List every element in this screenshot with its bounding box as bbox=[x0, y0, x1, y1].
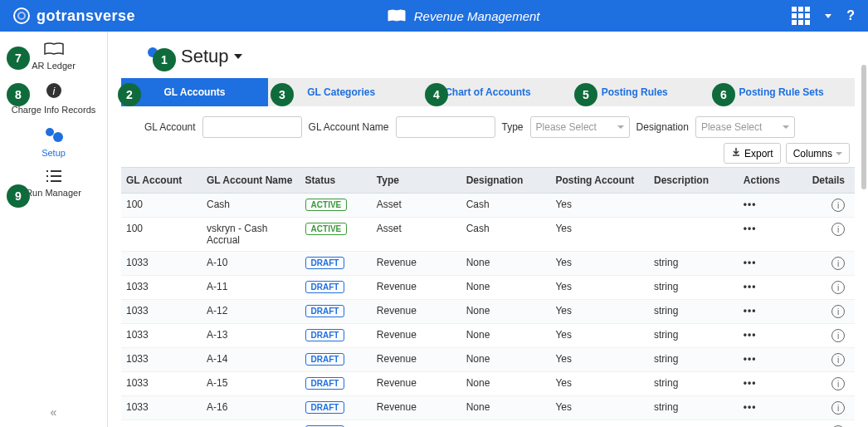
cell-gl-account: 1033 bbox=[121, 420, 202, 428]
cell-description: string bbox=[649, 252, 739, 276]
cell-gl-account: 1033 bbox=[121, 396, 202, 420]
annotation-2: 2 bbox=[118, 83, 141, 106]
details-icon[interactable]: i bbox=[831, 223, 845, 236]
col-posting-account[interactable]: Posting Account bbox=[550, 168, 649, 194]
filter-label-designation: Designation bbox=[636, 121, 689, 133]
sidebar-item-ar-ledger[interactable]: AR Ledger bbox=[32, 42, 76, 71]
filter-select-type[interactable]: Please Select bbox=[530, 116, 630, 138]
user-menu-toggle[interactable] bbox=[825, 14, 831, 18]
col-actions[interactable]: Actions bbox=[739, 168, 801, 194]
cell-description bbox=[649, 194, 739, 218]
sidebar-item-setup[interactable]: Setup bbox=[41, 125, 66, 159]
cell-designation: None bbox=[461, 276, 551, 300]
table-row: 100vskryn - Cash AccrualACTIVEAssetCashY… bbox=[121, 218, 855, 252]
details-icon[interactable]: i bbox=[831, 377, 845, 390]
cell-description: string bbox=[649, 324, 739, 348]
table-row: 1033A-10DRAFTRevenueNoneYesstring•••i bbox=[121, 252, 855, 276]
cell-details: i bbox=[801, 372, 855, 396]
col-details[interactable]: Details bbox=[801, 168, 855, 194]
row-actions-menu[interactable]: ••• bbox=[744, 401, 757, 413]
col-type[interactable]: Type bbox=[372, 168, 461, 194]
status-badge: ACTIVE bbox=[305, 223, 348, 235]
cell-designation: None bbox=[461, 396, 551, 420]
details-icon[interactable]: i bbox=[831, 257, 845, 270]
row-actions-menu[interactable]: ••• bbox=[744, 223, 757, 234]
table-row: 1033A-12DRAFTRevenueNoneYesstring•••i bbox=[121, 300, 855, 324]
cell-designation: None bbox=[461, 300, 551, 324]
columns-button[interactable]: Columns bbox=[786, 143, 850, 164]
cell-actions: ••• bbox=[739, 324, 801, 348]
cell-status: DRAFT bbox=[300, 276, 372, 300]
cell-gl-account: 1033 bbox=[121, 348, 202, 372]
cell-gl-account: 1033 bbox=[121, 300, 202, 324]
row-actions-menu[interactable]: ••• bbox=[744, 329, 757, 341]
details-icon[interactable]: i bbox=[831, 401, 845, 415]
col-status[interactable]: Status bbox=[300, 168, 372, 194]
cell-gl-account-name: vskryn - Cash Accrual bbox=[202, 218, 300, 252]
brand-text: gotransverse bbox=[37, 7, 135, 25]
cell-details: i bbox=[801, 324, 855, 348]
filter-input-gl-account[interactable] bbox=[202, 116, 302, 138]
cell-description bbox=[649, 218, 739, 252]
cell-details: i bbox=[801, 420, 855, 428]
chevron-down-icon bbox=[234, 54, 242, 59]
row-actions-menu[interactable]: ••• bbox=[744, 377, 757, 389]
details-icon[interactable]: i bbox=[831, 329, 845, 342]
button-label: Columns bbox=[793, 148, 832, 160]
table-row: 1033A-16DRAFTRevenueNoneYesstring•••i bbox=[121, 396, 855, 420]
row-actions-menu[interactable]: ••• bbox=[744, 353, 757, 365]
brand[interactable]: gotransverse bbox=[13, 7, 135, 25]
sidebar-collapse[interactable]: « bbox=[51, 405, 57, 419]
cell-type: Revenue bbox=[372, 276, 461, 300]
help-icon[interactable]: ? bbox=[846, 8, 855, 23]
cell-actions: ••• bbox=[739, 300, 801, 324]
page-title[interactable]: Setup bbox=[181, 46, 242, 67]
cell-gl-account-name: A-15 bbox=[202, 372, 300, 396]
details-icon[interactable]: i bbox=[831, 199, 845, 212]
cell-details: i bbox=[801, 218, 855, 252]
col-gl-account[interactable]: GL Account bbox=[121, 168, 202, 194]
cell-description: string bbox=[649, 396, 739, 420]
tab-gl-accounts[interactable]: GL Accounts bbox=[121, 78, 268, 106]
details-icon[interactable]: i bbox=[831, 305, 845, 318]
table-row: 1033A-17DRAFTRevenueNoneYesstring•••i bbox=[121, 420, 855, 428]
export-button[interactable]: Export bbox=[724, 143, 781, 164]
gl-accounts-table: GL Account GL Account Name Status Type D… bbox=[121, 167, 855, 427]
row-actions-menu[interactable]: ••• bbox=[744, 257, 757, 268]
row-actions-menu[interactable]: ••• bbox=[744, 305, 757, 317]
scrollbar[interactable] bbox=[861, 65, 866, 189]
sidebar-item-run-manager[interactable]: Run Manager bbox=[26, 169, 81, 199]
cell-gl-account: 1033 bbox=[121, 276, 202, 300]
details-icon[interactable]: i bbox=[831, 281, 845, 294]
tab-label: Posting Rule Sets bbox=[739, 86, 824, 98]
app-grid-icon[interactable] bbox=[792, 7, 810, 25]
cell-gl-account-name: A-17 bbox=[202, 420, 300, 428]
row-actions-menu[interactable]: ••• bbox=[744, 199, 757, 210]
annotation-3: 3 bbox=[271, 83, 294, 106]
cell-status: DRAFT bbox=[300, 252, 372, 276]
filter-select-designation[interactable]: Please Select bbox=[695, 116, 795, 138]
button-label: Export bbox=[744, 148, 773, 160]
module-title: Revenue Management bbox=[414, 9, 540, 23]
filter-input-gl-account-name[interactable] bbox=[396, 116, 495, 138]
cell-gl-account-name: A-11 bbox=[202, 276, 300, 300]
cell-actions: ••• bbox=[739, 396, 801, 420]
tab-label: GL Accounts bbox=[163, 86, 225, 98]
sidebar-item-label: Charge Info Records bbox=[12, 105, 96, 115]
col-designation[interactable]: Designation bbox=[461, 168, 551, 194]
cell-gl-account-name: A-14 bbox=[202, 348, 300, 372]
topbar-right: ? bbox=[792, 7, 855, 25]
filter-label-gl-account-name: GL Account Name bbox=[309, 121, 389, 133]
cell-actions: ••• bbox=[739, 218, 801, 252]
cell-designation: Cash bbox=[461, 218, 551, 252]
cell-gl-account-name: Cash bbox=[202, 194, 300, 218]
row-actions-menu[interactable]: ••• bbox=[744, 281, 757, 292]
cell-posting: Yes bbox=[550, 420, 649, 428]
col-gl-account-name[interactable]: GL Account Name bbox=[202, 168, 300, 194]
col-description[interactable]: Description bbox=[649, 168, 739, 194]
details-icon[interactable]: i bbox=[831, 353, 845, 366]
book-icon bbox=[388, 9, 406, 22]
cell-type: Revenue bbox=[372, 300, 461, 324]
cell-type: Asset bbox=[372, 194, 461, 218]
cell-description: string bbox=[649, 420, 739, 428]
